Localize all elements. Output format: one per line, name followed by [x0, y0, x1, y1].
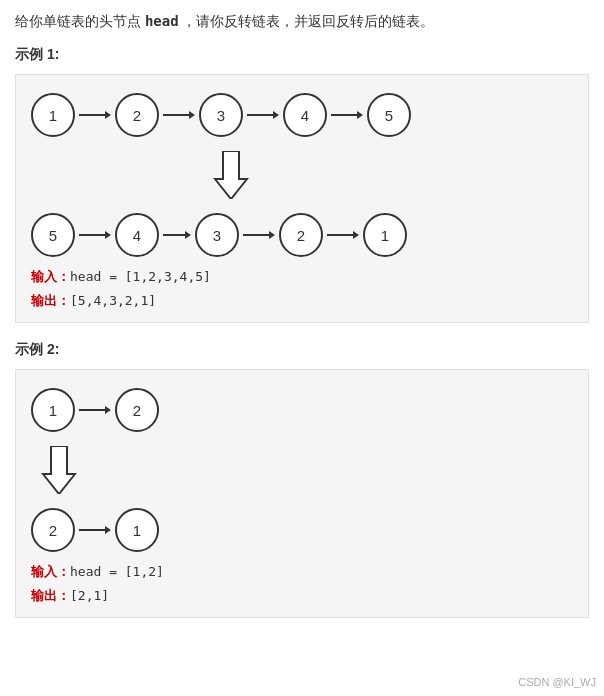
svg-marker-8: [215, 151, 247, 199]
example2-output-line: 输出：[2,1]: [31, 584, 573, 607]
example1-output-line: 输出：[5,4,3,2,1]: [31, 289, 573, 312]
node-r4: 4: [115, 213, 159, 257]
svg-marker-19: [43, 446, 75, 494]
example1-output-label: 输出：: [31, 293, 70, 308]
node-1: 1: [31, 93, 75, 137]
svg-marker-5: [273, 111, 279, 119]
example2-original-list: 1 2: [31, 388, 573, 432]
svg-marker-18: [105, 406, 111, 414]
svg-marker-10: [105, 231, 111, 239]
example2-title: 示例 2:: [15, 341, 589, 359]
example1-block: 1 2 3 4 5: [15, 74, 589, 323]
svg-marker-14: [269, 231, 275, 239]
example1-io: 输入：head = [1,2,3,4,5] 输出：[5,4,3,2,1]: [31, 265, 573, 312]
node-4: 4: [283, 93, 327, 137]
example2-block: 1 2 2 1: [15, 369, 589, 618]
down-arrow-2: [41, 446, 77, 494]
example1-input-value: head = [1,2,3,4,5]: [70, 269, 211, 284]
arrow-3: [247, 107, 279, 123]
arrow2-r1: [79, 522, 111, 538]
svg-marker-12: [185, 231, 191, 239]
node-2: 2: [115, 93, 159, 137]
node2-2: 2: [115, 388, 159, 432]
arrow-r2: [163, 227, 191, 243]
arrow-r3: [243, 227, 275, 243]
node2-r1: 1: [115, 508, 159, 552]
svg-marker-21: [105, 526, 111, 534]
node-5: 5: [367, 93, 411, 137]
example2-section: 示例 2: 1 2 2: [15, 341, 589, 618]
watermark: CSDN @KI_WJ: [518, 676, 596, 688]
example2-io: 输入：head = [1,2] 输出：[2,1]: [31, 560, 573, 607]
node2-1: 1: [31, 388, 75, 432]
arrow-r1: [79, 227, 111, 243]
arrow-4: [331, 107, 363, 123]
node-r3: 3: [195, 213, 239, 257]
node-r1: 1: [363, 213, 407, 257]
svg-marker-7: [357, 111, 363, 119]
example1-output-value: [5,4,3,2,1]: [70, 293, 156, 308]
arrow2-1: [79, 402, 111, 418]
example2-input-line: 输入：head = [1,2]: [31, 560, 573, 583]
node2-r2: 2: [31, 508, 75, 552]
example2-input-label: 输入：: [31, 564, 70, 579]
example2-reversed-list: 2 1: [31, 508, 573, 552]
arrow-r4: [327, 227, 359, 243]
problem-description: 给你单链表的头节点 head ，请你反转链表，并返回反转后的链表。: [15, 10, 589, 32]
example2-output-value: [2,1]: [70, 588, 109, 603]
head-keyword: head: [145, 13, 179, 29]
svg-marker-16: [353, 231, 359, 239]
arrow-2: [163, 107, 195, 123]
example1-original-list: 1 2 3 4 5: [31, 93, 573, 137]
example2-output-label: 输出：: [31, 588, 70, 603]
example1-section: 示例 1: 1 2 3 4 5: [15, 46, 589, 323]
svg-marker-3: [189, 111, 195, 119]
node-r2: 2: [279, 213, 323, 257]
example1-input-line: 输入：head = [1,2,3,4,5]: [31, 265, 573, 288]
svg-marker-1: [105, 111, 111, 119]
node-3: 3: [199, 93, 243, 137]
page-container: 给你单链表的头节点 head ，请你反转链表，并返回反转后的链表。 示例 1: …: [0, 0, 604, 646]
example1-title: 示例 1:: [15, 46, 589, 64]
example1-reversed-list: 5 4 3 2 1: [31, 213, 573, 257]
example1-input-label: 输入：: [31, 269, 70, 284]
down-arrow-1: [213, 151, 249, 199]
node-r5: 5: [31, 213, 75, 257]
arrow-1: [79, 107, 111, 123]
example2-input-value: head = [1,2]: [70, 564, 164, 579]
